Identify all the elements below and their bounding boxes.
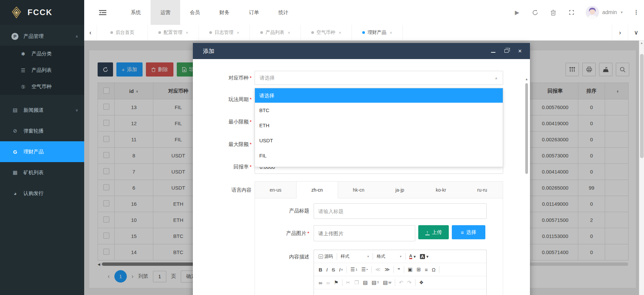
tab-wealth-product[interactable]: 理财产品 × — [352, 25, 403, 40]
sidebar-item-product-list[interactable]: ☰ 产品列表 — [0, 62, 84, 79]
cut-icon[interactable]: ✂ — [344, 278, 353, 287]
dropdown-option-fil[interactable]: FIL — [255, 148, 503, 163]
dropdown-option-btc[interactable]: BTC — [255, 103, 503, 118]
unlink-icon[interactable]: ∞ — [324, 279, 332, 287]
tab-product-list[interactable]: 产品列表 × — [250, 25, 301, 40]
modal-scrollbar[interactable]: ▲ — [524, 77, 529, 295]
lang-tab-zh-cn[interactable]: zh-cn — [296, 182, 338, 198]
page-scroll-thumb[interactable] — [640, 54, 644, 158]
lang-tab-hk-cn[interactable]: hk-cn — [338, 182, 379, 198]
kebab-menu-icon[interactable]: ⋮ — [633, 9, 639, 16]
tabs-menu-icon[interactable]: ∨ — [628, 25, 644, 40]
maximize-editor-icon[interactable]: ❖ — [417, 278, 426, 287]
modal-header: 添加 × — [193, 43, 530, 59]
lang-tab-ja-jp[interactable]: ja-jp — [379, 182, 420, 198]
bg-color-button[interactable]: A▾ — [418, 253, 431, 260]
top-menu-system[interactable]: 系统 — [121, 0, 151, 25]
top-menu-order[interactable]: 订单 — [239, 0, 269, 25]
special-char-icon[interactable]: Ω — [430, 265, 437, 274]
lang-field-label: 语言内容 — [206, 183, 252, 197]
format-dropdown[interactable]: 格式▾ — [375, 252, 404, 261]
blockquote-icon[interactable]: ” — [395, 265, 402, 274]
product-image-input[interactable] — [314, 225, 415, 241]
insert-image-icon[interactable]: ▣ — [406, 265, 415, 274]
caret-up-icon: ▲ — [494, 76, 498, 80]
restore-icon[interactable] — [504, 48, 509, 54]
fullscreen-icon[interactable] — [568, 9, 576, 15]
copy-icon[interactable]: ❐ — [352, 278, 361, 287]
redo-icon[interactable]: ↷ — [405, 278, 414, 287]
image-field-label: 产品图片* — [260, 230, 309, 237]
rich-text-editor: ‹› 源码 样式▾ 格式▾ A▾ A▾ — [314, 250, 487, 295]
paste-icon[interactable]: ▤ — [361, 278, 370, 287]
paste-word-icon[interactable]: ▤W — [381, 278, 393, 287]
tab-close-icon[interactable]: × — [339, 30, 341, 35]
modal-title: 添加 — [203, 47, 214, 55]
tab-close-icon[interactable]: × — [237, 30, 239, 35]
tab-close-icon[interactable]: × — [390, 30, 392, 35]
bold-button[interactable]: B — [317, 265, 324, 274]
user-menu[interactable]: admin ▼ — [586, 6, 624, 19]
strikethrough-button[interactable]: S — [330, 265, 337, 274]
product-title-input[interactable] — [314, 203, 487, 219]
lang-tab-ru-ru[interactable]: ru-ru — [462, 182, 503, 198]
text-color-button[interactable]: A▾ — [407, 252, 418, 260]
top-menu-finance[interactable]: 财务 — [210, 0, 239, 25]
sidebar-item-miner-list[interactable]: ▦ 矿机列表 — [0, 162, 84, 183]
undo-icon[interactable]: ↶ — [397, 278, 405, 287]
indent-icon[interactable]: ≫ — [382, 265, 392, 274]
tabs-scroll-right-icon[interactable]: › — [612, 25, 628, 40]
trash-icon[interactable] — [549, 9, 557, 16]
tab-close-icon[interactable]: × — [186, 30, 189, 35]
caret-down-icon: ▼ — [620, 11, 623, 14]
paste-text-icon[interactable]: ▤T — [370, 278, 381, 287]
lang-tab-en-us[interactable]: en-us — [255, 182, 296, 198]
sidebar-item-news-channel[interactable]: ▤ 新闻频道 ∨ — [0, 100, 84, 120]
sidebar-fold-icon[interactable] — [84, 10, 121, 15]
coin-select[interactable]: 请选择 ▲ — [255, 71, 503, 85]
choose-button[interactable]: ≡ 选择 — [452, 225, 485, 239]
tabs-scroll-left-icon[interactable]: ‹ — [84, 25, 97, 40]
lang-tab-ko-kr[interactable]: ko-kr — [420, 182, 462, 198]
outdent-icon[interactable]: ≪ — [373, 265, 383, 274]
sidebar-item-product-management[interactable]: P 产品管理 ∧ — [0, 27, 84, 46]
tab-logs[interactable]: 日志管理 × — [199, 25, 250, 40]
sidebar-item-wealth-product[interactable]: G 理财产品 — [0, 141, 84, 162]
anchor-flag-icon[interactable]: ⚑ — [332, 278, 340, 287]
sidebar-item-product-category[interactable]: ✱ 产品分类 — [0, 46, 84, 62]
page-scrollbar[interactable]: ▲ — [639, 41, 644, 295]
play-icon[interactable]: ▶ — [513, 9, 521, 16]
styles-dropdown[interactable]: 样式▾ — [339, 252, 371, 261]
tab-air-coin[interactable]: 空气币种 × — [301, 25, 352, 40]
top-menu-member[interactable]: 会员 — [180, 0, 210, 25]
dropdown-option-placeholder[interactable]: 请选择 — [255, 88, 503, 103]
brand-name: FCCK — [28, 8, 53, 17]
minimize-icon[interactable] — [490, 48, 496, 54]
dropdown-option-usdt[interactable]: USDT — [255, 133, 503, 148]
remove-format-button[interactable]: Ix — [337, 265, 345, 274]
ordered-list-icon[interactable]: ☰1 — [348, 265, 359, 274]
modal-scroll-thumb[interactable] — [525, 83, 528, 174]
close-icon[interactable]: × — [517, 48, 523, 54]
tab-home[interactable]: 后台首页 — [97, 25, 148, 40]
insert-table-icon[interactable]: ⊞ — [415, 265, 423, 274]
scroll-up-arrow-icon[interactable]: ▲ — [524, 77, 529, 81]
tab-config[interactable]: 配置管理 × — [148, 25, 199, 40]
tab-dot — [110, 31, 113, 34]
sidebar-item-subscription-issue[interactable]: ◕ 认购发行 — [0, 183, 84, 204]
upload-button[interactable]: ↑ 上传 — [418, 225, 449, 239]
refresh-icon[interactable] — [531, 9, 539, 16]
top-menu-statistics[interactable]: 统计 — [269, 0, 298, 25]
bullet-list-icon[interactable]: ☰• — [359, 265, 370, 274]
sidebar-item-air-coin[interactable]: ⑤ 空气币种 — [0, 79, 84, 95]
top-menu-operation[interactable]: 运营 — [151, 0, 180, 25]
source-code-button[interactable]: ‹› 源码 — [317, 252, 335, 261]
link-icon[interactable]: ∞ — [317, 279, 324, 287]
horizontal-rule-icon[interactable]: ≡ — [423, 265, 430, 274]
chevron-down-icon: ∨ — [75, 108, 78, 112]
dropdown-option-eth[interactable]: ETH — [255, 118, 503, 133]
sidebar-item-popup-carousel[interactable]: ⊘ 弹窗轮播 — [0, 120, 84, 141]
italic-button[interactable]: I — [324, 265, 330, 274]
tab-close-icon[interactable]: × — [288, 30, 290, 35]
p-circle-icon: P — [11, 33, 19, 40]
